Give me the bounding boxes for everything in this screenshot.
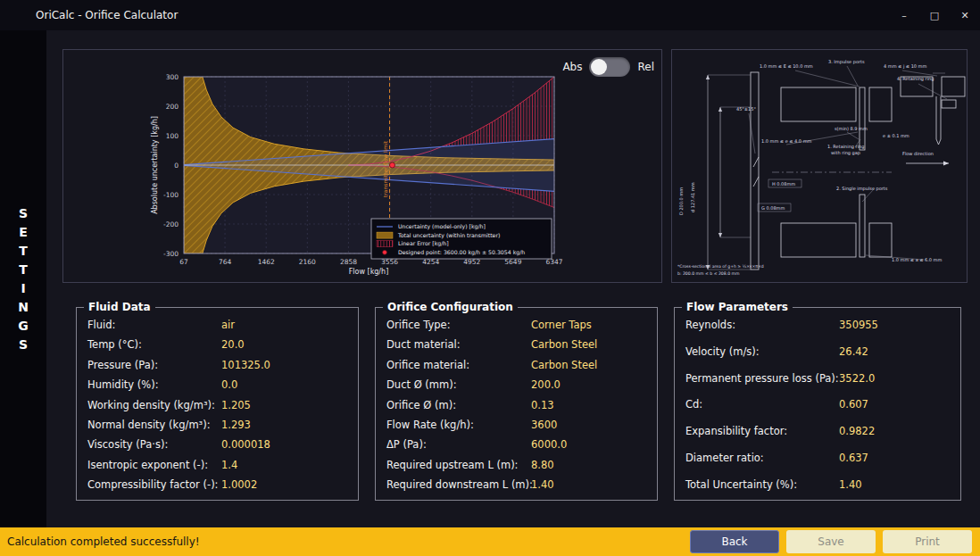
field-value: 6000.0 — [531, 438, 567, 451]
fluid-data-panel: Fluid Data Fluid:airTemp (°C):20.0Pressu… — [76, 307, 359, 501]
diagram-label: G 0.08mm — [761, 205, 785, 211]
svg-text:764: 764 — [219, 258, 232, 266]
close-icon[interactable]: ✕ — [950, 0, 980, 30]
diagram-label: *Cross-sectional area of g+h ≥ ¼×s×π×d — [677, 264, 764, 269]
minimize-icon[interactable]: – — [889, 0, 919, 30]
field-label: Duct Ø (mm): — [386, 378, 531, 391]
diagram-label: Flow direction — [902, 151, 934, 156]
field-value: 20.0 — [221, 338, 245, 351]
svg-text:1462: 1462 — [258, 258, 275, 266]
y-axis-title: Absolute uncertainty [kg/h] — [151, 116, 159, 214]
svg-text:100: 100 — [166, 132, 179, 140]
field-label: Expansibility factor: — [685, 425, 839, 437]
field-value: Carbon Steel — [531, 338, 597, 351]
sidebar-letter: T — [19, 263, 28, 276]
field-label: Isentropic exponent (-): — [87, 459, 221, 471]
action-buttons: Back Save Print — [690, 530, 972, 553]
sidebar-letter: N — [18, 301, 29, 313]
svg-text:Designed point: 3600.00 kg/h ±: Designed point: 3600.00 kg/h ± 50.3054 k… — [398, 249, 525, 256]
field-row: Normal density (kg/m³):1.293 — [87, 419, 353, 431]
field-value: 200.0 — [531, 378, 561, 391]
field-value: 0.13 — [531, 399, 554, 411]
diagram-label: 2. Single impulse ports — [836, 186, 888, 192]
maximize-icon[interactable]: □ — [919, 0, 950, 30]
field-label: Required downstream L (m): — [386, 478, 531, 491]
field-row: Humidity (%):0.0 — [87, 378, 353, 391]
diagram-label: 4 mm ≤ j ≤ 10 mm — [884, 63, 926, 70]
diagram-label: e ± 0.1 mm — [883, 133, 909, 138]
field-value: 1.0002 — [221, 478, 257, 491]
field-row: Required upstream L (m):8.80 — [386, 459, 652, 471]
field-row: Required downstream L (m):1.40 — [386, 478, 652, 491]
field-row: Fluid:air — [87, 319, 353, 331]
field-value: 3600 — [531, 419, 557, 431]
field-label: ΔP (Pa): — [386, 438, 531, 451]
orifice-installation-diagram: 1.0 mm ≤ E ≤ 10.0 mm3. Impulse ports4 mm… — [672, 50, 967, 282]
field-label: Pressure (Pa): — [87, 359, 221, 371]
field-label: Reynolds: — [685, 319, 839, 331]
field-value: Corner Taps — [531, 319, 592, 331]
field-row: Duct material:Carbon Steel — [386, 338, 652, 351]
window-controls: – □ ✕ — [889, 0, 980, 30]
edge-detail-view — [901, 73, 965, 145]
print-button[interactable]: Print — [883, 530, 972, 553]
field-value: air — [221, 319, 235, 331]
field-value: 1.4 — [221, 459, 237, 471]
diagram-label: 1.0 mm ≤ e ≤ 4.0 mm — [761, 138, 812, 144]
back-button[interactable]: Back — [690, 530, 779, 553]
sidebar-letter: E — [19, 226, 28, 238]
diagram-label: H 0.08mm — [772, 181, 795, 187]
svg-text:Linear Error [kg/h]: Linear Error [kg/h] — [398, 240, 449, 247]
diagram-label: s(min) 8.9 mm — [835, 126, 868, 131]
field-value: 0.000018 — [221, 438, 270, 451]
titlebar: OriCalc - Orifice Calculator – □ ✕ — [0, 0, 980, 31]
field-label: Viscosity (Pa·s): — [87, 438, 221, 451]
diagram-labels: 1.0 mm ≤ E ≤ 10.0 mm3. Impulse ports4 mm… — [677, 59, 942, 276]
chart-legend: Uncertainty (model-only) [kg/h]Total unc… — [371, 219, 552, 259]
field-value: 350955 — [839, 319, 878, 331]
save-button[interactable]: Save — [786, 530, 876, 553]
svg-text:0: 0 — [174, 162, 179, 170]
field-label: Orifice Ø (m): — [386, 399, 531, 411]
window-title: OriCalc - Orifice Calculator — [36, 9, 178, 21]
panel-title: Flow Parameters — [682, 301, 793, 313]
field-value: 26.42 — [839, 345, 868, 358]
field-row: Duct Ø (mm):200.0 — [386, 378, 652, 391]
svg-text:2160: 2160 — [299, 258, 316, 266]
status-bar: Calculation completed successfully! Back… — [0, 527, 980, 556]
panel-title: Fluid Data — [84, 301, 155, 313]
diagram-label: 1. Retaining ring — [827, 144, 864, 150]
field-value: 0.637 — [839, 452, 868, 464]
field-row: Orifice Ø (m):0.13 — [386, 399, 652, 411]
sidebar-letter: T — [19, 245, 28, 257]
field-label: Velocity (m/s): — [685, 345, 839, 358]
field-row: ΔP (Pa):6000.0 — [386, 438, 652, 451]
field-value: 3522.0 — [839, 372, 875, 385]
field-value: 1.40 — [531, 478, 554, 491]
field-label: Diameter ratio: — [685, 452, 839, 464]
diagram-label: with ring gap — [831, 150, 860, 156]
field-value: Carbon Steel — [531, 359, 597, 371]
plate-side-view — [706, 72, 759, 270]
diagram-label: 1.0 mm ≤ E ≤ 10.0 mm — [760, 63, 813, 69]
svg-text:200: 200 — [166, 103, 179, 111]
field-value: 1.205 — [221, 399, 251, 411]
abs-rel-toggle[interactable] — [589, 57, 630, 77]
field-label: Fluid: — [87, 319, 221, 331]
field-label: Total Uncertainty (%): — [685, 478, 839, 491]
svg-text:Total uncertainty (within tran: Total uncertainty (within transmitter) — [397, 232, 500, 239]
field-value: 0.0 — [221, 378, 237, 391]
field-value: 101325.0 — [221, 359, 270, 371]
field-row: Expansibility factor:0.9822 — [685, 425, 955, 437]
field-row: Cd:0.607 — [685, 398, 955, 411]
field-value: 1.293 — [221, 419, 251, 431]
field-row: Working density (kg/m³):1.205 — [87, 399, 353, 411]
svg-text:-200: -200 — [163, 220, 179, 228]
svg-text:-100: -100 — [163, 191, 179, 199]
rel-label: Rel — [637, 61, 654, 73]
uncertainty-chart: 6776414622160285835564254495256496347-30… — [86, 63, 586, 278]
sidebar-settings[interactable]: SETTINGS — [0, 30, 46, 527]
svg-text:67: 67 — [179, 258, 188, 266]
field-row: Total Uncertainty (%):1.40 — [685, 478, 955, 491]
field-label: Flow Rate (kg/h): — [386, 419, 531, 431]
